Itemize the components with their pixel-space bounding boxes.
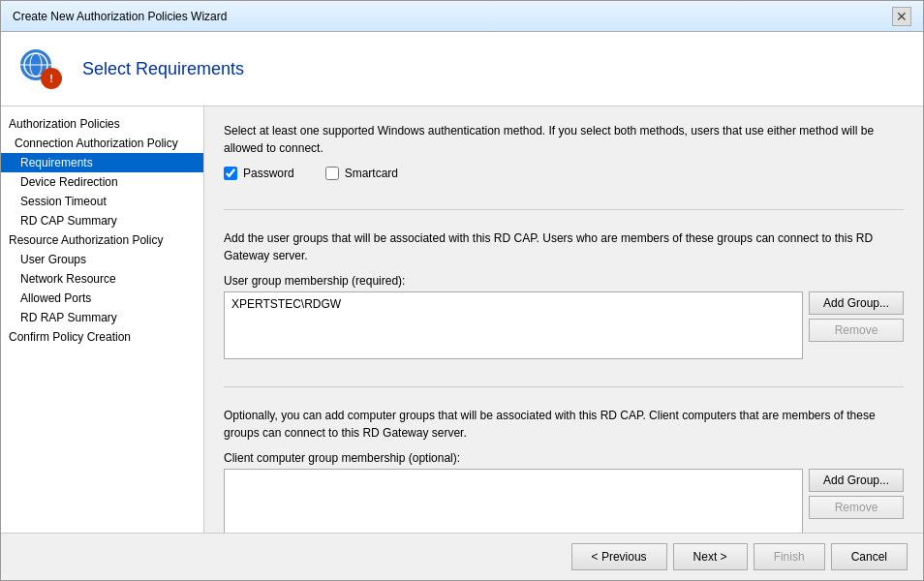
auth-methods: Password Smartcard <box>224 167 904 180</box>
computer-group-section: Optionally, you can add computer groups … <box>224 407 904 533</box>
sidebar-group-cap-label: Connection Authorization Policy <box>1 134 203 153</box>
svg-text:!: ! <box>49 73 53 84</box>
user-group-row: XPERTSTEC\RDGW Add Group... Remove <box>224 291 904 359</box>
divider-2 <box>224 386 904 387</box>
sidebar-item-requirements[interactable]: Requirements <box>1 153 203 172</box>
user-group-list[interactable]: XPERTSTEC\RDGW <box>224 291 803 359</box>
page-title: Select Requirements <box>82 59 244 79</box>
sidebar-item-allowed-ports[interactable]: Allowed Ports <box>1 289 203 308</box>
content-area: Select at least one supported Windows au… <box>204 107 923 533</box>
auth-method-section: Select at least one supported Windows au… <box>224 122 904 190</box>
close-button[interactable]: ✕ <box>892 7 911 26</box>
user-group-section-text: Add the user groups that will be associa… <box>224 229 904 264</box>
computer-add-group-button[interactable]: Add Group... <box>809 469 904 492</box>
header-area: ! Select Requirements <box>1 32 923 107</box>
user-remove-button[interactable]: Remove <box>809 319 904 342</box>
sidebar-item-user-groups[interactable]: User Groups <box>1 250 203 269</box>
cancel-button[interactable]: Cancel <box>831 543 908 570</box>
footer: < Previous Next > Finish Cancel <box>1 533 923 580</box>
user-add-group-button[interactable]: Add Group... <box>809 291 904 315</box>
dialog: Create New Authorization Policies Wizard… <box>0 0 924 581</box>
computer-remove-button[interactable]: Remove <box>809 496 904 519</box>
smartcard-label: Smartcard <box>345 167 398 180</box>
sidebar-group-auth-policies: Authorization Policies <box>1 114 203 134</box>
computer-group-membership-label: Client computer group membership (option… <box>224 451 904 465</box>
divider-1 <box>224 209 904 210</box>
wizard-icon: ! <box>16 44 67 94</box>
sidebar-item-rdrap-summary[interactable]: RD RAP Summary <box>1 308 203 327</box>
computer-group-section-text: Optionally, you can add computer groups … <box>224 407 904 442</box>
sidebar: Authorization Policies Connection Author… <box>1 107 204 533</box>
next-button[interactable]: Next > <box>673 543 748 570</box>
sidebar-item-device-redirection[interactable]: Device Redirection <box>1 172 203 192</box>
smartcard-checkbox-label[interactable]: Smartcard <box>325 167 398 180</box>
sidebar-group-confirm: Confirm Policy Creation <box>1 327 203 347</box>
computer-group-buttons: Add Group... Remove <box>809 469 904 519</box>
user-group-buttons: Add Group... Remove <box>809 291 904 342</box>
smartcard-checkbox[interactable] <box>325 167 339 180</box>
auth-section-text: Select at least one supported Windows au… <box>224 122 904 157</box>
computer-group-list[interactable] <box>224 469 803 533</box>
finish-button[interactable]: Finish <box>754 543 825 570</box>
sidebar-item-network-resource[interactable]: Network Resource <box>1 269 203 289</box>
dialog-title: Create New Authorization Policies Wizard <box>13 10 227 23</box>
password-label: Password <box>243 167 294 180</box>
user-group-membership-label: User group membership (required): <box>224 274 904 288</box>
user-group-entry: XPERTSTEC\RDGW <box>228 295 799 313</box>
body-area: Authorization Policies Connection Author… <box>1 107 923 533</box>
title-bar: Create New Authorization Policies Wizard… <box>1 1 923 32</box>
sidebar-item-rdcap-summary[interactable]: RD CAP Summary <box>1 211 203 230</box>
previous-button[interactable]: < Previous <box>571 543 667 570</box>
computer-group-row: Add Group... Remove <box>224 469 904 533</box>
user-group-section: Add the user groups that will be associa… <box>224 229 904 359</box>
sidebar-group-rap-label: Resource Authorization Policy <box>1 230 203 250</box>
password-checkbox[interactable] <box>224 167 237 180</box>
sidebar-item-session-timeout[interactable]: Session Timeout <box>1 192 203 211</box>
password-checkbox-label[interactable]: Password <box>224 167 294 180</box>
